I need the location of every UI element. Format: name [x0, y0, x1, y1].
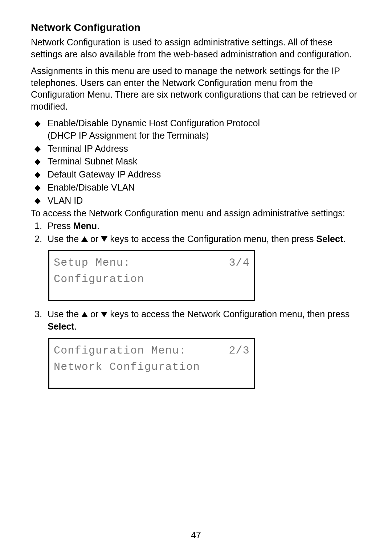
select-key-label: Select — [48, 321, 74, 331]
bullet-text: Enable/Disable Dynamic Host Configuratio… — [48, 118, 260, 128]
arrow-up-icon — [81, 236, 88, 242]
lcd-menu-title: Configuration Menu: — [54, 343, 186, 359]
lcd-screen-setup-menu: Setup Menu: 3/4 Configuration — [48, 250, 255, 301]
bullet-item: VLAN ID — [34, 195, 361, 207]
lcd-menu-title: Setup Menu: — [54, 255, 130, 271]
access-paragraph: To access the Network Configuration menu… — [31, 207, 361, 219]
lcd-menu-item: Configuration — [54, 271, 250, 287]
step-text: keys to access the Network Configuration… — [107, 309, 350, 319]
bullet-text: (DHCP IP Assignment for the Terminals) — [48, 130, 209, 140]
arrow-down-icon — [101, 236, 107, 242]
bullet-item: Terminal IP Address — [34, 143, 361, 155]
lcd-page-indicator: 3/4 — [229, 255, 250, 271]
step-number: 3. — [34, 308, 42, 321]
step-text: . — [343, 234, 346, 244]
step-text: . — [97, 221, 99, 231]
step-item: 2. Use the or keys to access the Configu… — [34, 233, 361, 245]
step-text: or — [88, 234, 101, 244]
intro-paragraph-2: Assignments in this menu are used to man… — [31, 65, 361, 112]
config-bullet-list: Enable/Disable Dynamic Host Configuratio… — [31, 117, 361, 207]
arrow-up-icon — [81, 312, 88, 317]
bullet-item: Terminal Subnet Mask — [34, 155, 361, 168]
lcd-page-indicator: 2/3 — [229, 343, 250, 359]
step-number: 2. — [34, 233, 42, 245]
step-text: . — [74, 321, 77, 331]
step-text: or — [88, 309, 101, 319]
section-heading: Network Configuration — [31, 22, 361, 33]
step-text: Press — [48, 221, 73, 231]
step-text: keys to access the Configuration menu, t… — [107, 234, 316, 244]
arrow-down-icon — [101, 312, 107, 317]
step-item: 1. Press Menu. — [34, 220, 361, 232]
bullet-item: Enable/Disable Dynamic Host Configuratio… — [34, 117, 361, 142]
steps-list: 1. Press Menu. 2. Use the or keys to acc… — [31, 220, 361, 245]
steps-list-continued: 3. Use the or keys to access the Network… — [31, 308, 361, 333]
bullet-item: Default Gateway IP Address — [34, 168, 361, 181]
select-key-label: Select — [317, 234, 343, 244]
step-item: 3. Use the or keys to access the Network… — [34, 308, 361, 333]
bullet-item: Enable/Disable VLAN — [34, 181, 361, 194]
page-number: 47 — [191, 530, 201, 540]
intro-paragraph-1: Network Configuration is used to assign … — [31, 36, 361, 60]
menu-key-label: Menu — [73, 221, 97, 231]
lcd-line: Configuration Menu: 2/3 — [54, 343, 250, 359]
step-text: Use the — [48, 234, 81, 244]
lcd-menu-item: Network Configuration — [54, 359, 250, 375]
step-number: 1. — [34, 220, 42, 232]
lcd-line: Setup Menu: 3/4 — [54, 255, 250, 271]
step-text: Use the — [48, 309, 81, 319]
lcd-screen-configuration-menu: Configuration Menu: 2/3 Network Configur… — [48, 338, 255, 389]
